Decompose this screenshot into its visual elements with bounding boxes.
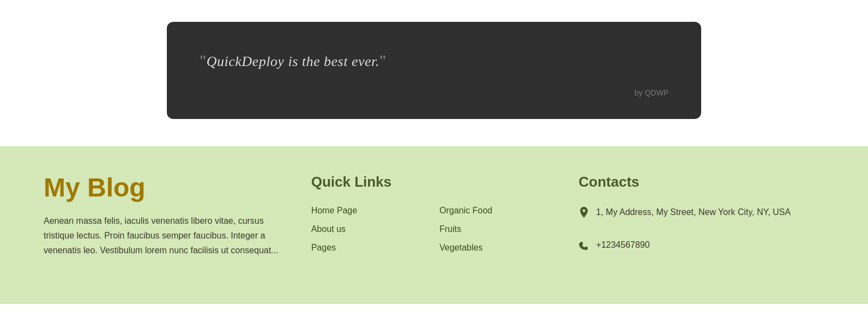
- contacts-column: Contacts 1, My Address, My Street, New Y…: [578, 174, 824, 271]
- link-fruits[interactable]: Fruits: [439, 224, 557, 234]
- contact-address: 1, My Address, My Street, New York City,…: [578, 206, 824, 223]
- blog-column: My Blog Aenean massa felis, iaculis vene…: [44, 174, 290, 271]
- blog-description: Aenean massa felis, iaculis venenatis li…: [44, 213, 290, 258]
- link-about-us[interactable]: About us: [311, 224, 429, 234]
- phone-icon: [578, 240, 589, 256]
- address-text: 1, My Address, My Street, New York City,…: [596, 206, 791, 219]
- quote-text: "QuickDeploy is the best ever.": [200, 49, 668, 72]
- open-quote-mark: ": [200, 51, 207, 69]
- link-pages[interactable]: Pages: [311, 243, 429, 253]
- quote-attribution: by QDWP: [200, 88, 668, 97]
- link-vegetables[interactable]: Vegetables: [439, 243, 557, 253]
- links-grid: Home Page Organic Food About us Fruits P…: [311, 206, 557, 253]
- link-home-page[interactable]: Home Page: [311, 206, 429, 216]
- phone-text: +1234567890: [596, 238, 649, 252]
- quick-links-title: Quick Links: [311, 174, 557, 190]
- quote-card: "QuickDeploy is the best ever." by QDWP: [167, 22, 701, 119]
- quick-links-column: Quick Links Home Page Organic Food About…: [311, 174, 557, 271]
- top-section: "QuickDeploy is the best ever." by QDWP: [0, 0, 868, 146]
- contacts-title: Contacts: [578, 174, 824, 190]
- footer: My Blog Aenean massa felis, iaculis vene…: [0, 146, 868, 304]
- contact-phone: +1234567890: [578, 238, 824, 256]
- link-organic-food[interactable]: Organic Food: [439, 206, 557, 216]
- blog-title: My Blog: [44, 174, 290, 202]
- close-quote-mark: ": [379, 51, 387, 69]
- location-icon: [578, 207, 589, 223]
